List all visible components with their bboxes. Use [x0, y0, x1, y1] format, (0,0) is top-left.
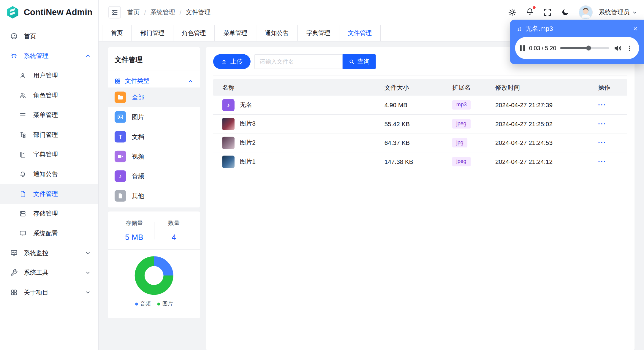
upload-label: 上传 [230, 58, 243, 65]
chevron-down-icon [85, 250, 91, 256]
row-actions-cell: ··· [589, 102, 627, 109]
breadcrumb-system[interactable]: 系统管理 [151, 8, 175, 16]
sidebar-item-roles[interactable]: 角色管理 [0, 85, 98, 105]
sidebar: ContiNew Admin 首页 系统管理 用户管理 角色管理 [0, 0, 99, 350]
file-name[interactable]: 图片3 [240, 120, 256, 128]
tab-roles[interactable]: 角色管理 [173, 25, 215, 41]
sidebar-item-menus[interactable]: 菜单管理 [0, 105, 98, 125]
table-row[interactable]: ♪ 无名 4.90 MB mp3 2024-04-27 21:27:39 ··· [213, 96, 627, 115]
image-icon [115, 111, 126, 123]
settings-button[interactable] [508, 8, 516, 17]
file-type-chart: 音频 图片 [115, 250, 194, 308]
table-row[interactable]: 图片1 147.38 KB jpeg 2024-04-27 21:24:12 ·… [213, 152, 627, 171]
row-actions-button[interactable]: ··· [598, 120, 606, 128]
file-type-group-toggle[interactable]: 文件类型 [115, 71, 194, 87]
sidebar-item-users[interactable]: 用户管理 [0, 66, 98, 85]
file-name-cell: 图片1 [213, 156, 375, 168]
player-progress-thumb[interactable] [586, 46, 591, 51]
tab-notifications[interactable]: 通知公告 [256, 25, 298, 41]
file-size: 147.38 KB [375, 158, 443, 165]
file-type-label: 图片 [132, 113, 144, 121]
sidebar-item-about-project[interactable]: 关于项目 [0, 283, 98, 302]
sidebar-item-config[interactable]: 系统配置 [0, 224, 98, 243]
pause-button[interactable] [520, 45, 525, 51]
column-header-name: 名称 [213, 83, 375, 91]
image-thumbnail [222, 156, 234, 168]
search-input[interactable] [254, 54, 342, 69]
sidebar-item-notifications[interactable]: 通知公告 [0, 164, 98, 184]
file-name[interactable]: 图片1 [240, 158, 256, 165]
audio-file-icon: ♪ [222, 99, 234, 111]
pause-icon [520, 45, 525, 51]
sidebar-item-departments[interactable]: 部门管理 [0, 125, 98, 145]
sidebar-item-label: 角色管理 [33, 91, 58, 99]
sidebar-item-system-tools[interactable]: 系统工具 [0, 263, 98, 282]
wrench-icon [10, 269, 18, 276]
query-button[interactable]: 查询 [343, 54, 376, 69]
sidebar-item-dictionaries[interactable]: 字典管理 [0, 145, 98, 164]
user-avatar[interactable] [579, 5, 593, 19]
sidebar-item-home[interactable]: 首页 [0, 26, 98, 46]
file-list-panel: 上传 查询 名称 文件大小 扩展名 修改时 [206, 47, 634, 350]
bell-icon [19, 171, 26, 178]
logo-row[interactable]: ContiNew Admin [0, 0, 98, 25]
music-icon: ♪ [115, 170, 126, 182]
book-icon [19, 151, 26, 158]
file-type-documents[interactable]: T 文档 [108, 127, 200, 146]
notifications-button[interactable] [526, 7, 534, 17]
player-close-button[interactable]: × [633, 26, 637, 33]
sidebar-item-system-management[interactable]: 系统管理 [0, 46, 98, 66]
sidebar-item-label: 首页 [24, 32, 36, 40]
app-logo-icon [6, 4, 20, 20]
table-row[interactable]: 图片2 64.37 KB jpg 2024-04-27 21:24:53 ··· [213, 134, 627, 153]
file-type-audio[interactable]: ♪ 音频 [108, 166, 200, 186]
file-name[interactable]: 无名 [240, 101, 252, 109]
breadcrumb-home[interactable]: 首页 [127, 8, 140, 16]
upload-button[interactable]: 上传 [213, 54, 251, 69]
file-type-images[interactable]: 图片 [108, 107, 200, 127]
sidebar-item-label: 存储管理 [33, 210, 58, 217]
player-progress-played [560, 47, 588, 49]
user-name: 系统管理员 [599, 8, 630, 16]
file-size: 4.90 MB [375, 102, 443, 109]
row-actions-button[interactable]: ··· [598, 158, 606, 165]
tab-dictionaries[interactable]: 字典管理 [298, 25, 339, 41]
file-name[interactable]: 图片2 [240, 139, 256, 147]
upload-icon [221, 58, 227, 65]
player-progress-slider[interactable] [560, 47, 609, 49]
player-more-button[interactable] [626, 45, 633, 52]
row-actions-button[interactable]: ··· [598, 101, 606, 109]
bell-icon [526, 7, 534, 16]
tab-menus[interactable]: 菜单管理 [215, 25, 256, 41]
row-actions-cell: ··· [589, 120, 627, 127]
file-type-other[interactable]: 其他 [108, 186, 200, 206]
file-type-all[interactable]: 全部 [108, 88, 200, 107]
table-row[interactable]: 图片3 55.42 KB jpeg 2024-04-27 21:25:02 ··… [213, 115, 627, 134]
tab-departments[interactable]: 部门管理 [132, 25, 173, 41]
file-icon [19, 190, 26, 197]
storage-stats-panel: 存储量 5 MB 数量 4 音频 图片 [108, 211, 200, 318]
row-actions-button[interactable]: ··· [598, 139, 606, 147]
gear-icon [10, 52, 18, 60]
player-header: ♫ 无名.mp3 × [515, 24, 639, 37]
sidebar-collapse-button[interactable] [108, 6, 121, 18]
dark-mode-button[interactable] [561, 8, 569, 17]
file-type-videos[interactable]: 视频 [108, 147, 200, 166]
tab-files[interactable]: 文件管理 [339, 25, 381, 41]
image-thumbnail [222, 137, 234, 149]
breadcrumb-separator: / [144, 9, 146, 16]
legend-label: 音频 [140, 300, 151, 308]
column-header-ext: 扩展名 [443, 83, 486, 91]
chevron-down-icon [85, 270, 91, 275]
user-menu[interactable]: 系统管理员 [599, 8, 637, 16]
sidebar-item-storage[interactable]: 存储管理 [0, 204, 98, 223]
sidebar-item-files[interactable]: 文件管理 [0, 184, 98, 204]
file-ext-cell: mp3 [443, 100, 486, 110]
dashboard-icon [10, 32, 18, 40]
file-table: 名称 文件大小 扩展名 修改时间 操作 ♪ 无名 4.90 MB mp3 20 [213, 79, 627, 171]
tab-home[interactable]: 首页 [102, 25, 132, 41]
sidebar-item-system-monitor[interactable]: 系统监控 [0, 243, 98, 263]
volume-button[interactable] [613, 44, 622, 52]
file-name-cell: 图片2 [213, 137, 375, 149]
fullscreen-button[interactable] [543, 8, 552, 17]
